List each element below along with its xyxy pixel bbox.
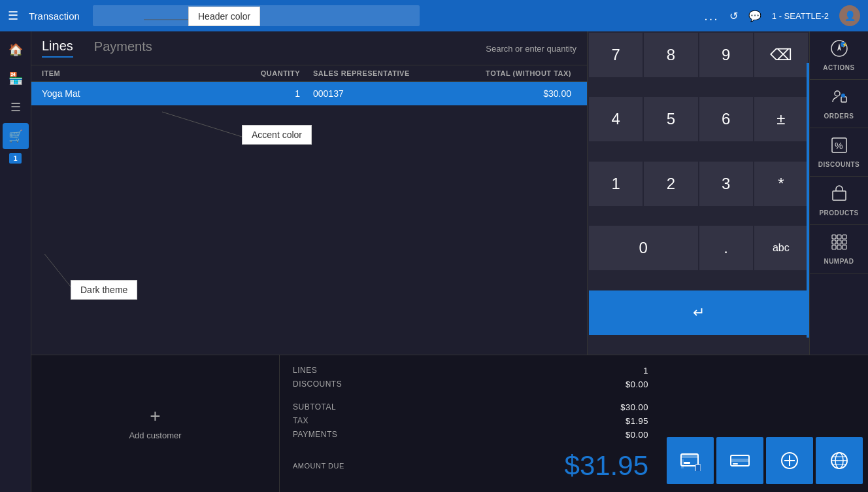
action-btn-actions[interactable]: ⚡ ACTIONS (810, 31, 868, 80)
actions-icon: ⚡ (830, 39, 848, 62)
num-btn-4[interactable]: 4 (589, 97, 643, 141)
subtotal-label: SUBTOTAL (293, 402, 336, 412)
header-bar: ☰ Transaction ... ↺ 💬 1 - SEATTLE-2 👤 He… (0, 0, 868, 31)
svg-text:%: % (835, 141, 843, 151)
table-row[interactable]: Yoga Mat 1 000137 $30.00 (31, 82, 587, 105)
num-btn-6[interactable]: 6 (699, 97, 753, 141)
svg-rect-25 (681, 459, 684, 468)
add-customer-area[interactable]: + Add customer (31, 355, 280, 492)
pay-btn-cards[interactable] (667, 437, 714, 484)
row-total: $30.00 (442, 88, 577, 99)
num-btn-5[interactable]: 5 (644, 97, 697, 141)
sidebar-store-icon[interactable]: 🏪 (3, 65, 29, 92)
pay-btn-circle[interactable] (766, 437, 813, 484)
col-qty-header: QUANTITY (235, 69, 313, 77)
lines-row: LINES 1 (293, 366, 648, 376)
tab-lines[interactable]: Lines (42, 39, 73, 58)
discounts-value: $0.00 (626, 379, 648, 389)
svg-rect-28 (731, 459, 749, 462)
numpad-icon (830, 233, 848, 255)
add-customer-label: Add customer (129, 430, 181, 440)
discounts-icon: % (830, 136, 848, 158)
num-btn-0[interactable]: 0 (589, 226, 698, 270)
payments-row: PAYMENTS $0.00 (293, 430, 648, 440)
numpad-label: NUMPAD (824, 258, 854, 265)
summary-area: LINES 1 DISCOUNTS $0.00 SUBTOTAL $30.00 … (280, 355, 661, 492)
products-label: PRODUCTS (819, 209, 858, 217)
svg-rect-26 (695, 465, 701, 471)
content-area: Lines Payments Search or enter quantity … (31, 31, 868, 492)
svg-rect-16 (832, 240, 836, 244)
svg-text:⚡: ⚡ (842, 42, 848, 48)
pay-btn-globe[interactable] (816, 437, 863, 484)
col-rep-header: SALES REPRESENTATIVE (313, 69, 442, 77)
action-btn-orders[interactable]: ORDERS (810, 80, 868, 128)
amount-due-label: AMOUNT DUE (293, 462, 344, 470)
tax-label: TAX (293, 416, 309, 426)
search-qty-bar: Search or enter quantity (486, 43, 576, 53)
tax-row: TAX $1.95 (293, 416, 648, 426)
num-btn-enter[interactable]: ↵ (589, 290, 808, 335)
svg-rect-29 (733, 463, 738, 465)
action-btn-numpad[interactable]: NUMPAD (810, 225, 868, 273)
action-btn-products[interactable]: PRODUCTS (810, 177, 868, 225)
discounts-label: DISCOUNTS (818, 161, 860, 168)
sidebar-home-icon[interactable]: 🏠 (3, 37, 29, 63)
dark-theme-annotation: Dark theme (71, 280, 137, 300)
tab-payments[interactable]: Payments (94, 39, 152, 57)
col-total-header: TOTAL (WITHOUT TAX) (442, 69, 577, 77)
action-btn-discounts[interactable]: % DISCOUNTS (810, 128, 868, 177)
svg-rect-19 (832, 245, 836, 249)
sidebar: 🏠 🏪 ☰ 🛒 1 (0, 31, 31, 492)
discounts-label: DISCOUNTS (293, 379, 342, 389)
num-btn-abc[interactable]: abc (754, 226, 808, 270)
num-btn-plusminus[interactable]: ± (754, 97, 808, 141)
num-btn-1[interactable]: 1 (589, 162, 643, 206)
num-btn-multiply[interactable]: * (754, 162, 808, 206)
payments-value: $0.00 (626, 430, 648, 440)
amount-due-row: AMOUNT DUE $31.95 (293, 445, 648, 482)
row-qty: 1 (235, 88, 313, 99)
tabs-row: Lines Payments Search or enter quantity (31, 31, 587, 65)
orders-label: ORDERS (824, 113, 854, 120)
subtotal-row: SUBTOTAL $30.00 (293, 402, 648, 412)
svg-point-7 (835, 91, 840, 96)
svg-rect-17 (837, 240, 841, 244)
sidebar-cart-badge: 1 (9, 153, 21, 164)
row-rep: 000137 (313, 88, 442, 99)
svg-point-9 (841, 94, 845, 97)
sidebar-menu-icon[interactable]: ☰ (3, 94, 29, 120)
num-btn-8[interactable]: 8 (644, 33, 697, 77)
pay-btn-credit-card[interactable] (716, 437, 763, 484)
amount-due-value: $31.95 (565, 450, 648, 482)
num-btn-3[interactable]: 3 (699, 162, 753, 206)
numpad-section: 7 8 9 ⌫ 4 5 6 ± 1 2 3 * 0 . abc ↵ (587, 31, 809, 355)
refresh-icon[interactable]: ↺ (729, 10, 738, 22)
sidebar-cart-icon[interactable]: 🛒 (3, 123, 29, 149)
svg-rect-14 (837, 235, 841, 239)
dark-theme-annotation-line (31, 241, 97, 293)
lines-label: LINES (293, 366, 317, 376)
accent-color-annotation: Accent color (242, 125, 312, 145)
header-search-bar[interactable] (93, 5, 420, 26)
accent-annotation-line (31, 105, 424, 158)
actions-label: ACTIONS (823, 64, 855, 71)
products-icon (830, 184, 848, 207)
num-btn-9[interactable]: 9 (699, 33, 753, 77)
main-layout: 🏠 🏪 ☰ 🛒 1 Lines Payments Search or enter… (0, 31, 868, 492)
svg-rect-18 (843, 240, 846, 244)
svg-rect-15 (843, 235, 846, 239)
num-btn-7[interactable]: 7 (589, 33, 643, 77)
num-btn-dot[interactable]: . (699, 226, 753, 270)
payment-buttons (661, 355, 868, 492)
hamburger-icon[interactable]: ☰ (8, 9, 18, 23)
num-btn-2[interactable]: 2 (644, 162, 697, 206)
tax-value: $1.95 (626, 416, 648, 426)
more-options-icon[interactable]: ... (704, 9, 719, 24)
chat-icon[interactable]: 💬 (748, 10, 761, 22)
svg-rect-21 (843, 245, 846, 249)
lines-area: Lines Payments Search or enter quantity … (31, 31, 587, 355)
right-panel: ⚡ ACTIONS ORDERS (809, 31, 868, 355)
avatar[interactable]: 👤 (839, 5, 860, 26)
num-btn-backspace[interactable]: ⌫ (754, 33, 808, 77)
